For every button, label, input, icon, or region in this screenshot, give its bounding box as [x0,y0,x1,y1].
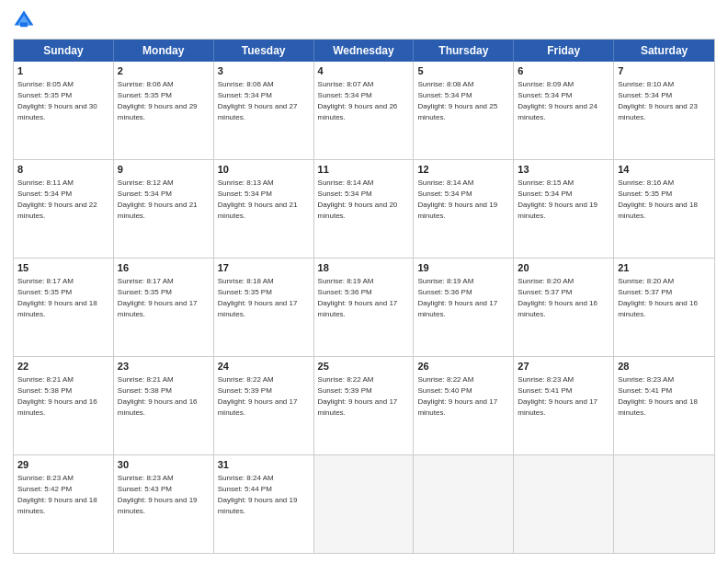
day-info: Sunrise: 8:15 AMSunset: 5:34 PMDaylight:… [518,178,609,222]
calendar: SundayMondayTuesdayWednesdayThursdayFrid… [13,39,715,554]
day-info: Sunrise: 8:14 AMSunset: 5:34 PMDaylight:… [417,178,509,222]
day-info: Sunrise: 8:11 AMSunset: 5:34 PMDaylight:… [17,178,109,222]
day-cell-26: 26Sunrise: 8:22 AMSunset: 5:40 PMDayligh… [414,357,514,454]
calendar-row-2: 15Sunrise: 8:17 AMSunset: 5:35 PMDayligh… [14,259,714,357]
day-header-monday: Monday [114,40,214,62]
day-number: 23 [118,360,210,373]
day-info: Sunrise: 8:13 AMSunset: 5:34 PMDaylight:… [218,178,310,222]
day-cell-5: 5Sunrise: 8:08 AMSunset: 5:34 PMDaylight… [414,62,514,159]
logo [13,9,39,31]
day-number: 25 [318,360,410,373]
day-info: Sunrise: 8:05 AMSunset: 5:35 PMDaylight:… [17,79,109,123]
day-cell-25: 25Sunrise: 8:22 AMSunset: 5:39 PMDayligh… [314,357,415,454]
day-cell-29: 29Sunrise: 8:23 AMSunset: 5:42 PMDayligh… [14,455,114,553]
day-info: Sunrise: 8:17 AMSunset: 5:35 PMDaylight:… [17,276,109,320]
day-info: Sunrise: 8:20 AMSunset: 5:37 PMDaylight:… [518,276,609,320]
day-cell-23: 23Sunrise: 8:21 AMSunset: 5:38 PMDayligh… [114,357,214,454]
day-info: Sunrise: 8:23 AMSunset: 5:41 PMDaylight:… [518,374,609,419]
day-cell-24: 24Sunrise: 8:22 AMSunset: 5:39 PMDayligh… [214,357,314,454]
day-number: 26 [417,360,509,373]
day-number: 18 [318,261,410,275]
day-number: 9 [118,163,210,177]
day-number: 14 [618,163,711,177]
day-header-friday: Friday [514,40,614,62]
day-info: Sunrise: 8:19 AMSunset: 5:36 PMDaylight:… [417,276,509,320]
day-header-wednesday: Wednesday [314,40,415,62]
day-info: Sunrise: 8:10 AMSunset: 5:34 PMDaylight:… [618,79,711,123]
empty-cell [514,455,614,553]
day-number: 6 [518,64,609,78]
day-number: 19 [417,261,509,275]
day-cell-3: 3Sunrise: 8:06 AMSunset: 5:34 PMDaylight… [214,62,314,159]
day-number: 27 [518,360,609,373]
day-cell-8: 8Sunrise: 8:11 AMSunset: 5:34 PMDaylight… [14,160,114,258]
day-number: 15 [17,261,109,275]
day-info: Sunrise: 8:23 AMSunset: 5:43 PMDaylight:… [118,473,210,517]
day-cell-4: 4Sunrise: 8:07 AMSunset: 5:34 PMDaylight… [314,62,415,159]
day-info: Sunrise: 8:23 AMSunset: 5:41 PMDaylight:… [618,374,711,419]
header [13,9,715,31]
day-info: Sunrise: 8:06 AMSunset: 5:34 PMDaylight:… [218,79,310,123]
calendar-body: 1Sunrise: 8:05 AMSunset: 5:35 PMDaylight… [14,62,714,553]
day-cell-21: 21Sunrise: 8:20 AMSunset: 5:37 PMDayligh… [614,259,714,356]
day-cell-14: 14Sunrise: 8:16 AMSunset: 5:35 PMDayligh… [614,160,714,258]
logo-icon [13,9,35,31]
day-number: 8 [17,163,109,177]
day-cell-1: 1Sunrise: 8:05 AMSunset: 5:35 PMDaylight… [14,62,114,159]
day-number: 13 [518,163,609,177]
day-number: 17 [218,261,310,275]
day-info: Sunrise: 8:16 AMSunset: 5:35 PMDaylight:… [618,178,711,222]
day-cell-19: 19Sunrise: 8:19 AMSunset: 5:36 PMDayligh… [414,259,514,356]
calendar-row-3: 22Sunrise: 8:21 AMSunset: 5:38 PMDayligh… [14,357,714,455]
day-info: Sunrise: 8:21 AMSunset: 5:38 PMDaylight:… [17,374,109,419]
day-header-sunday: Sunday [14,40,114,62]
day-cell-31: 31Sunrise: 8:24 AMSunset: 5:44 PMDayligh… [214,455,314,553]
day-number: 3 [218,64,310,78]
day-info: Sunrise: 8:21 AMSunset: 5:38 PMDaylight:… [118,374,210,419]
day-cell-6: 6Sunrise: 8:09 AMSunset: 5:34 PMDaylight… [514,62,614,159]
day-number: 7 [618,64,711,78]
day-info: Sunrise: 8:23 AMSunset: 5:42 PMDaylight:… [17,473,109,517]
day-cell-22: 22Sunrise: 8:21 AMSunset: 5:38 PMDayligh… [14,357,114,454]
day-header-saturday: Saturday [614,40,714,62]
day-info: Sunrise: 8:14 AMSunset: 5:34 PMDaylight:… [318,178,410,222]
empty-cell [414,455,514,553]
svg-rect-2 [20,22,28,27]
day-number: 29 [17,458,109,472]
day-header-tuesday: Tuesday [214,40,314,62]
day-number: 20 [518,261,609,275]
day-info: Sunrise: 8:22 AMSunset: 5:39 PMDaylight:… [218,374,310,419]
day-number: 16 [118,261,210,275]
empty-cell [614,455,714,553]
day-number: 28 [618,360,711,373]
day-info: Sunrise: 8:06 AMSunset: 5:35 PMDaylight:… [118,79,210,123]
day-info: Sunrise: 8:12 AMSunset: 5:34 PMDaylight:… [118,178,210,222]
day-number: 30 [118,458,210,472]
day-info: Sunrise: 8:08 AMSunset: 5:34 PMDaylight:… [417,79,509,123]
day-number: 2 [118,64,210,78]
day-number: 11 [318,163,410,177]
day-cell-18: 18Sunrise: 8:19 AMSunset: 5:36 PMDayligh… [314,259,415,356]
day-info: Sunrise: 8:18 AMSunset: 5:35 PMDaylight:… [218,276,310,320]
day-info: Sunrise: 8:17 AMSunset: 5:35 PMDaylight:… [118,276,210,320]
day-info: Sunrise: 8:22 AMSunset: 5:40 PMDaylight:… [417,374,509,419]
day-cell-13: 13Sunrise: 8:15 AMSunset: 5:34 PMDayligh… [514,160,614,258]
day-cell-30: 30Sunrise: 8:23 AMSunset: 5:43 PMDayligh… [114,455,214,553]
day-cell-15: 15Sunrise: 8:17 AMSunset: 5:35 PMDayligh… [14,259,114,356]
day-info: Sunrise: 8:24 AMSunset: 5:44 PMDaylight:… [218,473,310,517]
day-info: Sunrise: 8:09 AMSunset: 5:34 PMDaylight:… [518,79,609,123]
day-cell-2: 2Sunrise: 8:06 AMSunset: 5:35 PMDaylight… [114,62,214,159]
day-number: 4 [318,64,410,78]
day-header-thursday: Thursday [414,40,514,62]
day-cell-12: 12Sunrise: 8:14 AMSunset: 5:34 PMDayligh… [414,160,514,258]
empty-cell [314,455,415,553]
day-info: Sunrise: 8:07 AMSunset: 5:34 PMDaylight:… [318,79,410,123]
day-info: Sunrise: 8:22 AMSunset: 5:39 PMDaylight:… [318,374,410,419]
day-number: 24 [218,360,310,373]
day-cell-9: 9Sunrise: 8:12 AMSunset: 5:34 PMDaylight… [114,160,214,258]
calendar-row-0: 1Sunrise: 8:05 AMSunset: 5:35 PMDaylight… [14,62,714,160]
calendar-header: SundayMondayTuesdayWednesdayThursdayFrid… [14,40,714,62]
day-info: Sunrise: 8:20 AMSunset: 5:37 PMDaylight:… [618,276,711,320]
day-number: 1 [17,64,109,78]
day-cell-20: 20Sunrise: 8:20 AMSunset: 5:37 PMDayligh… [514,259,614,356]
